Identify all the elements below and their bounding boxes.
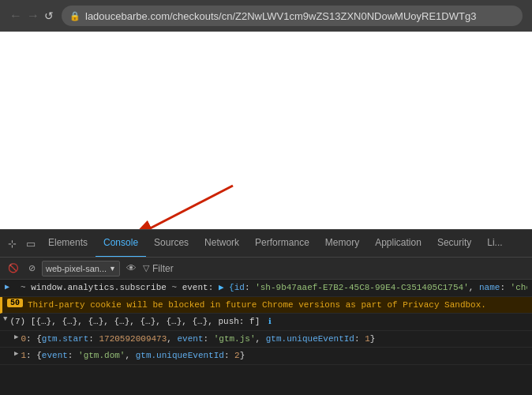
tab-security[interactable]: Security xyxy=(429,230,479,258)
page-content xyxy=(0,32,532,253)
tab-sources[interactable]: Sources xyxy=(146,230,197,258)
console-line-content: ~ window.analytics.subscribe ~ event: ▶ … xyxy=(21,281,527,295)
expand-arrow-0[interactable]: ▶ xyxy=(14,333,18,341)
console-object-1-content: 1: {event: 'gtm.dom', gtm.uniqueEventId:… xyxy=(21,349,527,363)
console-object-0-content: 0: {gtm.start: 1720592009473, event: 'gt… xyxy=(21,333,527,346)
expand-arrow-1[interactable]: ▶ xyxy=(14,349,18,358)
devtools-tabs: ⊹ ▭ Elements Console Sources Network Per… xyxy=(0,230,532,258)
expand-arrow[interactable]: ▼ xyxy=(3,315,7,323)
filter-label: Filter xyxy=(152,263,174,274)
tab-application[interactable]: Application xyxy=(367,230,429,258)
browser-toolbar: ← → ↺ 🔒 ladoucebarbe.com/checkouts/cn/Z2… xyxy=(0,0,532,32)
console-warning-line: 50 Third-party cookie will be blocked in… xyxy=(0,297,532,314)
nav-buttons: ← → ↺ xyxy=(9,9,54,22)
warning-badge: 50 xyxy=(7,299,23,307)
devtools-toolbar: 🚫 ⊘ web-pixel-san... ▼ 👁 ▽ Filter xyxy=(0,258,532,280)
console-object-content: (7) [{…}, {…}, {…}, {…}, {…}, {…}, {…}, … xyxy=(9,315,527,329)
console-warning-text: Third-party cookie will be blocked in fu… xyxy=(28,299,527,312)
console-line: ▶ ~ window.analytics.subscribe ~ event: … xyxy=(0,280,532,297)
tab-memory[interactable]: Memory xyxy=(317,230,367,258)
filter-icon: ▽ xyxy=(143,263,149,273)
console-object-child-1: ▶ 1: {event: 'gtm.dom', gtm.uniqueEventI… xyxy=(0,348,532,365)
tab-elements[interactable]: Elements xyxy=(40,230,96,258)
devtools-device-icon[interactable]: ▭ xyxy=(21,235,40,253)
context-selector-text: web-pixel-san... xyxy=(46,264,107,273)
tab-console[interactable]: Console xyxy=(96,230,146,258)
lock-icon: 🔒 xyxy=(69,11,81,21)
forward-button[interactable]: → xyxy=(27,9,39,22)
console-object-child-0: ▶ 0: {gtm.start: 1720592009473, event: '… xyxy=(0,331,532,348)
tab-more[interactable]: Li... xyxy=(479,230,510,258)
clear-console-button[interactable]: 🚫 xyxy=(5,261,22,275)
console-object-line: ▼ (7) [{…}, {…}, {…}, {…}, {…}, {…}, {…}… xyxy=(0,314,532,331)
devtools-inspect-icon[interactable]: ⊹ xyxy=(3,235,21,253)
eye-button[interactable]: 👁 xyxy=(123,261,140,276)
tab-network[interactable]: Network xyxy=(197,230,247,258)
block-button[interactable]: ⊘ xyxy=(25,261,39,275)
console-output: ▶ ~ window.analytics.subscribe ~ event: … xyxy=(0,280,532,395)
tab-performance[interactable]: Performance xyxy=(247,230,317,258)
address-bar[interactable]: 🔒 ladoucebarbe.com/checkouts/cn/Z2NwLWV1… xyxy=(62,6,523,26)
console-line-icon: ▶ xyxy=(5,281,17,292)
back-button[interactable]: ← xyxy=(9,9,22,22)
context-selector[interactable]: web-pixel-san... ▼ xyxy=(42,261,120,276)
annotation-arrow xyxy=(0,32,532,253)
devtools-panel: ⊹ ▭ Elements Console Sources Network Per… xyxy=(0,229,532,395)
reload-button[interactable]: ↺ xyxy=(44,9,54,22)
filter-area: ▽ Filter xyxy=(143,263,174,274)
chevron-down-icon: ▼ xyxy=(109,265,116,273)
address-text: ladoucebarbe.com/checkouts/cn/Z2NwLWV1cm… xyxy=(85,10,476,22)
